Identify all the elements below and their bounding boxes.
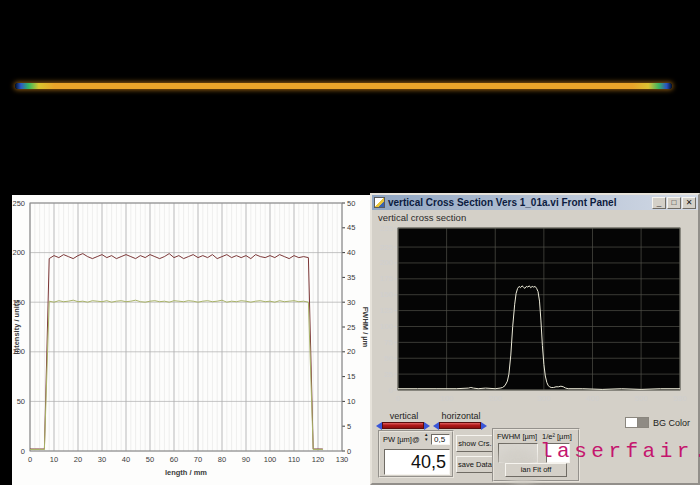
show-crs-button[interactable]: show Crs. [456, 435, 494, 452]
svg-text:0: 0 [389, 386, 394, 395]
svg-text:175: 175 [380, 274, 394, 283]
window-title-bar[interactable]: vertical Cross Section Vers 1_01a.vi Fro… [372, 195, 698, 210]
svg-text:200: 200 [489, 394, 503, 403]
svg-text:20: 20 [74, 455, 82, 464]
svg-text:20: 20 [347, 347, 355, 356]
horizontal-slider[interactable] [433, 421, 487, 430]
vertical-slider-track[interactable] [382, 422, 424, 429]
vertical-slider-label: vertical [378, 411, 430, 421]
intensity-fwhm-chart-area: 0102030405060708090100110120130050100150… [0, 192, 370, 485]
svg-text:100: 100 [440, 394, 454, 403]
pw-spinner[interactable]: ▲ ▼ [424, 433, 428, 442]
cross-section-plot: 0100200300400500580025507510012515017520… [374, 222, 690, 410]
svg-text:30: 30 [98, 455, 106, 464]
svg-text:50: 50 [384, 354, 393, 363]
spinner-down-icon[interactable]: ▼ [424, 438, 428, 443]
beam-profile-image [0, 0, 700, 192]
svg-text:130: 130 [336, 455, 349, 464]
laser-line-beam [15, 83, 672, 89]
svg-text:80: 80 [218, 455, 226, 464]
svg-text:60: 60 [170, 455, 178, 464]
pw-value-field[interactable]: 0,5 [431, 434, 450, 445]
svg-text:intensity / units: intensity / units [12, 299, 21, 354]
svg-text:5: 5 [347, 422, 351, 431]
svg-text:110: 110 [288, 455, 300, 464]
intensity-chart-svg: 0102030405060708090100110120130050100150… [12, 195, 370, 485]
svg-text:35: 35 [347, 273, 355, 282]
toggle-off-half [638, 418, 649, 427]
svg-text:0: 0 [28, 455, 32, 464]
svg-text:30: 30 [347, 298, 355, 307]
close-button[interactable]: ✕ [682, 197, 696, 209]
pw-result-display: 40,5 [384, 449, 450, 475]
slider-right-arrow-icon[interactable] [424, 422, 430, 430]
bg-color-label: BG Color [653, 418, 697, 428]
svg-text:50: 50 [347, 199, 355, 208]
svg-text:0: 0 [21, 447, 25, 456]
svg-text:300: 300 [537, 394, 551, 403]
svg-text:500: 500 [634, 394, 648, 403]
svg-text:10: 10 [347, 397, 355, 406]
svg-text:15: 15 [347, 372, 355, 381]
gauss-fit-button[interactable]: ian Fit off [505, 463, 567, 477]
svg-text:40: 40 [347, 248, 355, 257]
svg-text:100: 100 [264, 455, 277, 464]
intensity-fwhm-chart: 0102030405060708090100110120130050100150… [12, 195, 370, 485]
svg-text:400: 400 [586, 394, 600, 403]
toggle-on-half [626, 418, 638, 427]
horizontal-slider-track[interactable] [439, 422, 481, 429]
pw-group: PW [µm]@ ▲ ▼ 0,5 40,5 [378, 430, 454, 478]
horizontal-slider-label: horizontal [434, 411, 488, 421]
svg-text:70: 70 [194, 455, 202, 464]
watermark-text: laserfair.com [540, 440, 700, 463]
svg-text:FWHM / µm: FWHM / µm [361, 307, 370, 348]
svg-text:0: 0 [396, 394, 401, 403]
svg-text:580: 580 [673, 394, 687, 403]
svg-text:200: 200 [380, 258, 394, 267]
svg-text:90: 90 [242, 455, 250, 464]
save-data-button[interactable]: save Data [456, 456, 494, 473]
svg-text:25: 25 [384, 370, 393, 379]
fwhm-label: FWHM [µm] [497, 432, 537, 441]
svg-text:250: 250 [12, 199, 25, 208]
minimize-button[interactable]: _ [652, 197, 666, 209]
svg-text:200: 200 [12, 248, 25, 257]
svg-text:40: 40 [122, 455, 130, 464]
window-title: vertical Cross Section Vers 1_01a.vi Fro… [388, 197, 616, 208]
svg-text:120: 120 [312, 455, 325, 464]
svg-text:10: 10 [50, 455, 58, 464]
svg-text:125: 125 [380, 306, 394, 315]
svg-text:150: 150 [380, 290, 394, 299]
cross-section-plot-svg: 0100200300400500580025507510012515017520… [374, 222, 690, 410]
svg-text:100: 100 [380, 322, 394, 331]
svg-text:50: 50 [146, 455, 154, 464]
svg-text:50: 50 [17, 397, 25, 406]
vertical-slider[interactable] [376, 421, 430, 430]
svg-text:75: 75 [384, 338, 393, 347]
bg-color-toggle[interactable] [625, 417, 649, 428]
screenshot-root: 0102030405060708090100110120130050100150… [0, 0, 700, 485]
svg-text:0: 0 [347, 447, 351, 456]
slider-right-arrow-icon[interactable] [481, 422, 487, 430]
svg-text:255: 255 [380, 224, 394, 233]
svg-text:45: 45 [347, 223, 355, 232]
svg-text:length / mm: length / mm [165, 468, 207, 477]
labview-icon [374, 197, 385, 208]
maximize-button[interactable]: □ [667, 197, 681, 209]
svg-text:225: 225 [380, 243, 394, 252]
pw-label: PW [µm]@ [383, 435, 420, 444]
svg-text:25: 25 [347, 323, 355, 332]
